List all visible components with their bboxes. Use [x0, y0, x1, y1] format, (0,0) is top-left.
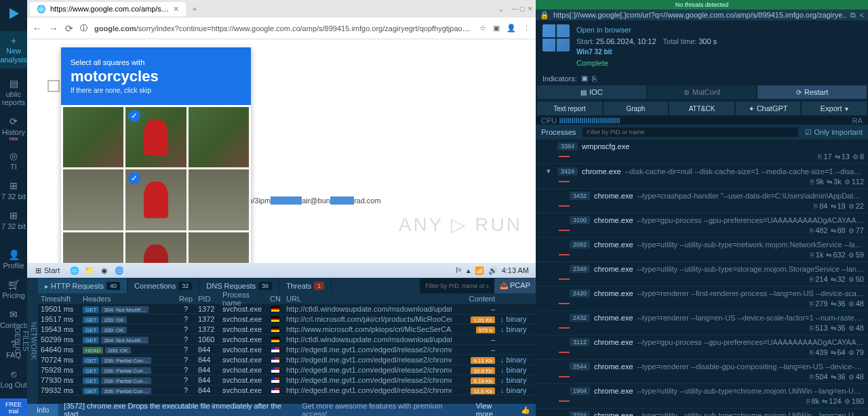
network-tabs: ▸ HTTP Requests40 Connections32 DNS Requ… [38, 278, 536, 293]
attck-button[interactable]: ATT&CK [669, 102, 734, 115]
new-tab-button[interactable]: + [189, 5, 201, 13]
network-row[interactable]: 19543 msGET200: OK?1372svchost.exehttp:/… [38, 325, 536, 335]
right-panel: No threats detected 🔒 https[:]//www.goog… [536, 0, 868, 416]
captcha-tile[interactable] [189, 232, 249, 263]
network-row[interactable]: 64640 msHEAD200: OK?844svchost.exehttp:/… [38, 345, 536, 355]
network-panel: NETWORK FILES DEBUG ▸ HTTP Requests40 Co… [27, 278, 536, 404]
tray-time[interactable]: 4:13 AM [502, 266, 529, 274]
profile-icon[interactable]: 👤 [507, 24, 516, 33]
process-filter-input[interactable] [583, 127, 798, 137]
network-row[interactable]: 77930 msGET206: Partial Con…?844svchost.… [38, 375, 536, 386]
captcha-tile[interactable] [63, 107, 123, 167]
process-row[interactable]: 2092chrome.exe--type=utility --utility-s… [536, 238, 868, 262]
info-text: [3572] chrome.exe Drops the executable f… [58, 402, 296, 416]
threat-status-bar: No threats detected [536, 0, 868, 9]
chatgpt-button[interactable]: ✦ ChatGPT [736, 102, 801, 115]
extension-icon[interactable]: ▣ [493, 24, 500, 33]
tab-http-requests[interactable]: ▸ HTTP Requests40 [38, 278, 127, 293]
rail-win7-2[interactable]: ⊞7 32 bit [0, 210, 27, 230]
captcha-tile[interactable] [189, 169, 249, 230]
process-row[interactable]: 2544chrome.exe--type=renderer --disable-… [536, 360, 868, 384]
process-row[interactable]: 3324chrome.exe--type=utility --utility-s… [536, 409, 868, 416]
view-more-link[interactable]: View more [471, 402, 515, 416]
tb-ie-icon[interactable]: 🌐 [69, 265, 80, 276]
tray-net-icon[interactable]: 📶 [475, 266, 484, 275]
rail-ti[interactable]: ◎TI [0, 150, 27, 171]
share-icon[interactable]: < [860, 11, 864, 20]
tray-flag-icon[interactable]: 🏳 [455, 266, 462, 274]
new-analysis-button[interactable]: + New analysis [0, 31, 30, 68]
reload-button[interactable]: ⟳ [65, 23, 73, 34]
captcha-tile[interactable]: ✓ [125, 169, 186, 230]
tb-folder-icon[interactable]: 📁 [84, 265, 95, 276]
star-icon[interactable]: ☆ [479, 24, 486, 33]
side-tab-files[interactable]: FILES [22, 281, 30, 401]
network-filter-input[interactable] [420, 278, 494, 293]
rail-win7-1[interactable]: ⊞7 32 bit [0, 180, 27, 201]
network-row[interactable]: 70724 msGET206: Partial Con…?844svchost.… [38, 355, 536, 365]
process-row[interactable]: 2348chrome.exe--type=utility --utility-s… [536, 262, 868, 287]
process-row[interactable]: 3384wmpnscfg.exe⎘17⇆13⚙8 [536, 140, 868, 164]
tab-connections[interactable]: Connections32 [127, 278, 199, 293]
network-row[interactable]: 79932 msGET206: Partial Con…?844svchost.… [38, 386, 536, 396]
browser-tab[interactable]: 🌐 https://www.google.com.co/amp/s… ✕ [30, 2, 186, 16]
tab-close-icon[interactable]: ✕ [173, 5, 179, 14]
windows-logo [542, 24, 570, 51]
process-row[interactable]: 2432chrome.exe--type=renderer --lang=en-… [536, 311, 868, 335]
window-caret-icon[interactable]: ⌄ [498, 5, 504, 14]
open-in-browser-link[interactable]: Open in browser [576, 26, 631, 34]
network-row[interactable]: 50299 msGET304: Not Modifi…?1060svchost.… [38, 335, 536, 345]
captcha-tile[interactable] [125, 232, 186, 263]
captcha-grid: ✓ ✓ [61, 105, 251, 263]
network-row[interactable]: 19501 msGET304: Not Modifi…?1372svchost.… [38, 304, 536, 314]
process-row[interactable]: 2420chrome.exe--type=renderer --first-re… [536, 287, 868, 311]
back-button[interactable]: ← [33, 23, 42, 34]
tab-threats[interactable]: Threats1 [279, 278, 332, 293]
process-row[interactable]: 1904chrome.exe--type=utility --utility-s… [536, 384, 868, 409]
forward-button[interactable]: → [49, 23, 58, 34]
process-row[interactable]: ▾3424chrome.exe--disk-cache-dir=null --d… [536, 164, 868, 189]
ioc-button[interactable]: ▤ IOC [537, 85, 646, 99]
restart-button[interactable]: ⟳ Restart [757, 85, 867, 99]
text-report-button[interactable]: Text report [537, 102, 602, 115]
tray-up-icon[interactable]: ▴ [467, 266, 471, 275]
thumbs-up-icon[interactable]: 👍 [515, 406, 536, 415]
recaptcha-checkbox[interactable] [47, 80, 60, 92]
browser-tab-strip: 🌐 https://www.google.com.co/amp/s… ✕ + ⌄… [27, 0, 536, 18]
site-info-icon[interactable]: ⓘ [80, 23, 87, 33]
process-row[interactable]: 3432chrome.exe--type=crashpad-handler "-… [536, 189, 868, 213]
page-body: About th This netw maliciou sending t IP… [27, 39, 536, 263]
check-icon: ✓ [128, 110, 140, 122]
network-columns: TimeshiftHeadersRepPIDProcess nameCNURLC… [38, 293, 536, 304]
window-controls[interactable]: — ▢ ✕ [512, 5, 533, 12]
tray-sound-icon[interactable]: 🔊 [488, 266, 498, 275]
side-tab-network[interactable]: NETWORK [30, 281, 38, 401]
captcha-tile[interactable]: ✓ [125, 107, 186, 167]
copy-icon[interactable]: ⧉ [850, 11, 856, 20]
captcha-tile[interactable] [63, 169, 123, 230]
network-side-tabs: NETWORK FILES DEBUG [27, 278, 38, 404]
rail-public-reports[interactable]: ▤ublic reports [0, 78, 27, 106]
captcha-tile[interactable] [189, 107, 249, 167]
rail-profile[interactable]: 👤Profile [0, 249, 27, 270]
captcha-tile[interactable] [63, 232, 123, 263]
rail-history[interactable]: ⟳Historynew [0, 116, 27, 141]
menu-icon[interactable]: ⋮ [523, 24, 530, 33]
free-trial-badge[interactable]: FREE trial [0, 398, 27, 416]
start-button[interactable]: ⊞Start [30, 265, 65, 276]
network-row[interactable]: 19517 msGET200: OK?1372svchost.exehttp:/… [38, 314, 536, 325]
process-row[interactable]: 3112chrome.exe--type=gpu-process --gpu-p… [536, 335, 868, 360]
info-button[interactable]: Info [27, 404, 58, 416]
pcap-button[interactable]: 📥 PCAP [494, 278, 536, 293]
tb-chrome-icon[interactable]: ◉ [99, 265, 110, 276]
url-text[interactable]: google.com/sorry/index?continue=https://… [94, 24, 473, 33]
export-button[interactable]: Export ▾ [802, 102, 867, 115]
graph-button[interactable]: Graph [604, 102, 669, 115]
side-tab-debug[interactable]: DEBUG [14, 281, 22, 401]
tb-edge-icon[interactable]: 🌀 [114, 265, 125, 276]
recaptcha-challenge: Select all squares with motorcycles If t… [61, 47, 251, 263]
process-row[interactable]: 3100chrome.exe--type=gpu-process --gpu-p… [536, 213, 868, 238]
indicator-icon[interactable]: ▣ [581, 74, 588, 83]
network-row[interactable]: 75928 msGET206: Partial Con…?844svchost.… [38, 365, 536, 375]
indicator-icon[interactable]: ⎘ [592, 75, 597, 83]
